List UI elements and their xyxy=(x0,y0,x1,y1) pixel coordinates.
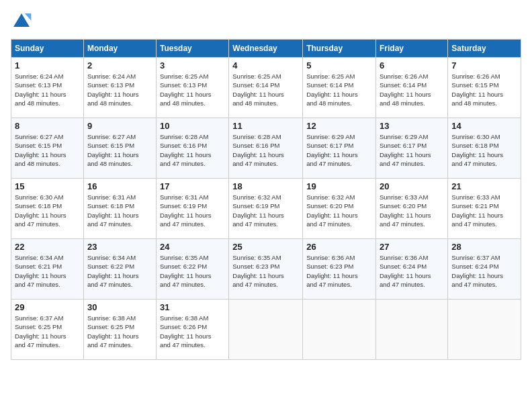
calendar-cell: 31Sunrise: 6:38 AM Sunset: 6:26 PM Dayli… xyxy=(156,300,228,360)
day-info: Sunrise: 6:36 AM Sunset: 6:24 PM Dayligh… xyxy=(380,253,444,289)
day-number: 10 xyxy=(160,121,225,131)
day-number: 7 xyxy=(451,60,517,71)
day-info: Sunrise: 6:27 AM Sunset: 6:15 PM Dayligh… xyxy=(15,132,80,168)
calendar-table: SundayMondayTuesdayWednesdayThursdayFrid… xyxy=(11,39,521,360)
calendar-body: 1Sunrise: 6:24 AM Sunset: 6:13 PM Daylig… xyxy=(11,58,521,360)
page-header xyxy=(11,11,521,32)
weekday-tuesday: Tuesday xyxy=(156,40,228,58)
day-number: 8 xyxy=(15,121,80,131)
day-number: 28 xyxy=(451,242,517,252)
calendar-cell: 22Sunrise: 6:34 AM Sunset: 6:21 PM Dayli… xyxy=(11,239,84,300)
calendar-cell xyxy=(448,300,521,360)
calendar-cell: 12Sunrise: 6:29 AM Sunset: 6:17 PM Dayli… xyxy=(303,118,376,179)
day-info: Sunrise: 6:33 AM Sunset: 6:20 PM Dayligh… xyxy=(380,193,444,228)
calendar-cell: 7Sunrise: 6:26 AM Sunset: 6:15 PM Daylig… xyxy=(448,58,521,118)
calendar-cell: 27Sunrise: 6:36 AM Sunset: 6:24 PM Dayli… xyxy=(376,239,448,300)
day-number: 6 xyxy=(380,60,444,71)
calendar-cell: 10Sunrise: 6:28 AM Sunset: 6:16 PM Dayli… xyxy=(156,118,228,179)
day-info: Sunrise: 6:35 AM Sunset: 6:23 PM Dayligh… xyxy=(232,253,299,289)
day-number: 3 xyxy=(160,60,225,71)
day-info: Sunrise: 6:38 AM Sunset: 6:26 PM Dayligh… xyxy=(160,314,225,349)
day-number: 1 xyxy=(15,60,80,71)
day-info: Sunrise: 6:25 AM Sunset: 6:14 PM Dayligh… xyxy=(306,72,372,107)
weekday-saturday: Saturday xyxy=(448,40,521,58)
weekday-thursday: Thursday xyxy=(303,40,376,58)
calendar-cell: 14Sunrise: 6:30 AM Sunset: 6:18 PM Dayli… xyxy=(448,118,521,179)
calendar-cell: 24Sunrise: 6:35 AM Sunset: 6:22 PM Dayli… xyxy=(156,239,228,300)
day-number: 14 xyxy=(451,121,517,131)
day-info: Sunrise: 6:28 AM Sunset: 6:16 PM Dayligh… xyxy=(160,132,225,168)
day-number: 25 xyxy=(232,242,299,252)
day-info: Sunrise: 6:34 AM Sunset: 6:22 PM Dayligh… xyxy=(87,253,152,289)
day-info: Sunrise: 6:37 AM Sunset: 6:24 PM Dayligh… xyxy=(451,253,517,289)
day-number: 31 xyxy=(160,302,225,312)
day-number: 12 xyxy=(306,121,372,131)
calendar-cell: 26Sunrise: 6:36 AM Sunset: 6:23 PM Dayli… xyxy=(303,239,376,300)
calendar-cell: 15Sunrise: 6:30 AM Sunset: 6:18 PM Dayli… xyxy=(11,179,84,239)
day-number: 22 xyxy=(15,242,80,252)
calendar-cell: 20Sunrise: 6:33 AM Sunset: 6:20 PM Dayli… xyxy=(376,179,448,239)
day-number: 29 xyxy=(15,302,80,312)
day-info: Sunrise: 6:31 AM Sunset: 6:18 PM Dayligh… xyxy=(87,193,152,228)
calendar-cell: 6Sunrise: 6:26 AM Sunset: 6:14 PM Daylig… xyxy=(376,58,448,118)
weekday-header-row: SundayMondayTuesdayWednesdayThursdayFrid… xyxy=(11,40,521,58)
day-number: 19 xyxy=(306,181,372,191)
day-info: Sunrise: 6:36 AM Sunset: 6:23 PM Dayligh… xyxy=(306,253,372,289)
day-info: Sunrise: 6:28 AM Sunset: 6:16 PM Dayligh… xyxy=(232,132,299,168)
day-info: Sunrise: 6:29 AM Sunset: 6:17 PM Dayligh… xyxy=(306,132,372,168)
day-info: Sunrise: 6:26 AM Sunset: 6:15 PM Dayligh… xyxy=(451,72,517,107)
calendar-cell: 8Sunrise: 6:27 AM Sunset: 6:15 PM Daylig… xyxy=(11,118,84,179)
day-info: Sunrise: 6:27 AM Sunset: 6:15 PM Dayligh… xyxy=(87,132,152,168)
calendar-cell: 9Sunrise: 6:27 AM Sunset: 6:15 PM Daylig… xyxy=(83,118,156,179)
day-info: Sunrise: 6:30 AM Sunset: 6:18 PM Dayligh… xyxy=(15,193,80,228)
day-info: Sunrise: 6:32 AM Sunset: 6:19 PM Dayligh… xyxy=(232,193,299,228)
day-info: Sunrise: 6:31 AM Sunset: 6:19 PM Dayligh… xyxy=(160,193,225,228)
week-row-3: 15Sunrise: 6:30 AM Sunset: 6:18 PM Dayli… xyxy=(11,179,521,239)
day-number: 26 xyxy=(306,242,372,252)
day-number: 9 xyxy=(87,121,152,131)
day-info: Sunrise: 6:25 AM Sunset: 6:14 PM Dayligh… xyxy=(232,72,299,107)
weekday-wednesday: Wednesday xyxy=(229,40,303,58)
day-number: 18 xyxy=(232,181,299,191)
calendar-cell: 4Sunrise: 6:25 AM Sunset: 6:14 PM Daylig… xyxy=(229,58,303,118)
week-row-1: 1Sunrise: 6:24 AM Sunset: 6:13 PM Daylig… xyxy=(11,58,521,118)
day-number: 27 xyxy=(380,242,444,252)
day-info: Sunrise: 6:29 AM Sunset: 6:17 PM Dayligh… xyxy=(380,132,444,168)
day-info: Sunrise: 6:25 AM Sunset: 6:13 PM Dayligh… xyxy=(160,72,225,107)
logo-icon xyxy=(11,11,32,32)
day-number: 30 xyxy=(87,302,152,312)
calendar-cell: 28Sunrise: 6:37 AM Sunset: 6:24 PM Dayli… xyxy=(448,239,521,300)
calendar-cell: 1Sunrise: 6:24 AM Sunset: 6:13 PM Daylig… xyxy=(11,58,84,118)
day-number: 13 xyxy=(380,121,444,131)
week-row-4: 22Sunrise: 6:34 AM Sunset: 6:21 PM Dayli… xyxy=(11,239,521,300)
day-info: Sunrise: 6:26 AM Sunset: 6:14 PM Dayligh… xyxy=(380,72,444,107)
calendar-cell: 30Sunrise: 6:38 AM Sunset: 6:25 PM Dayli… xyxy=(83,300,156,360)
svg-marker-1 xyxy=(25,13,32,20)
day-number: 21 xyxy=(451,181,517,191)
day-number: 11 xyxy=(232,121,299,131)
day-number: 16 xyxy=(87,181,152,191)
weekday-sunday: Sunday xyxy=(11,40,84,58)
day-info: Sunrise: 6:30 AM Sunset: 6:18 PM Dayligh… xyxy=(451,132,517,168)
weekday-monday: Monday xyxy=(83,40,156,58)
day-info: Sunrise: 6:35 AM Sunset: 6:22 PM Dayligh… xyxy=(160,253,225,289)
day-number: 23 xyxy=(87,242,152,252)
calendar-cell: 2Sunrise: 6:24 AM Sunset: 6:13 PM Daylig… xyxy=(83,58,156,118)
calendar-cell: 11Sunrise: 6:28 AM Sunset: 6:16 PM Dayli… xyxy=(229,118,303,179)
calendar-cell xyxy=(303,300,376,360)
calendar-cell: 18Sunrise: 6:32 AM Sunset: 6:19 PM Dayli… xyxy=(229,179,303,239)
week-row-5: 29Sunrise: 6:37 AM Sunset: 6:25 PM Dayli… xyxy=(11,300,521,360)
weekday-friday: Friday xyxy=(376,40,448,58)
day-info: Sunrise: 6:32 AM Sunset: 6:20 PM Dayligh… xyxy=(306,193,372,228)
week-row-2: 8Sunrise: 6:27 AM Sunset: 6:15 PM Daylig… xyxy=(11,118,521,179)
calendar-cell: 17Sunrise: 6:31 AM Sunset: 6:19 PM Dayli… xyxy=(156,179,228,239)
day-info: Sunrise: 6:34 AM Sunset: 6:21 PM Dayligh… xyxy=(15,253,80,289)
logo xyxy=(11,11,35,32)
calendar-cell xyxy=(376,300,448,360)
calendar-cell: 23Sunrise: 6:34 AM Sunset: 6:22 PM Dayli… xyxy=(83,239,156,300)
day-info: Sunrise: 6:24 AM Sunset: 6:13 PM Dayligh… xyxy=(87,72,152,107)
day-number: 15 xyxy=(15,181,80,191)
calendar-cell: 29Sunrise: 6:37 AM Sunset: 6:25 PM Dayli… xyxy=(11,300,84,360)
day-number: 5 xyxy=(306,60,372,71)
day-info: Sunrise: 6:37 AM Sunset: 6:25 PM Dayligh… xyxy=(15,314,80,349)
